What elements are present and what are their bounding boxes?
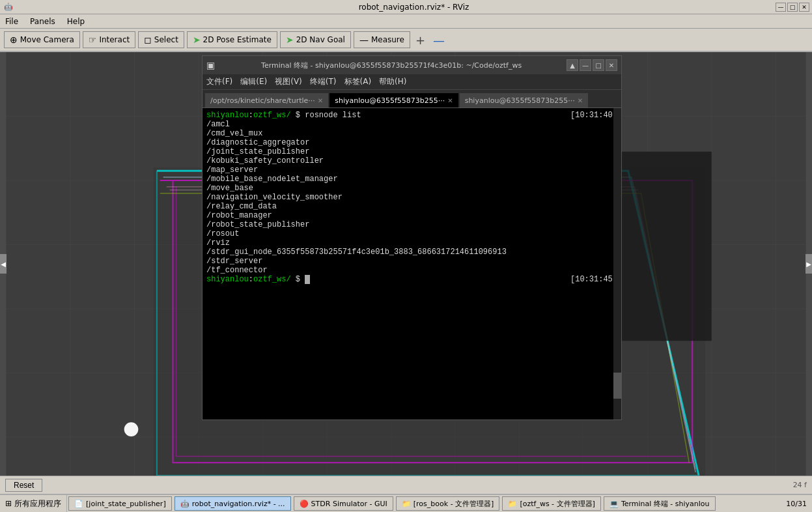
terminal-line-9: /navigation_velocity_smoother [206,193,617,202]
2d-pose-icon: ➤ [193,35,201,45]
add-tool-button[interactable]: + [413,33,428,47]
svg-point-21 [124,422,139,436]
2d-pose-label: 2D Pose Estimate [203,35,272,44]
terminal-line-16: /stdr_server [206,257,617,266]
taskbar-item-0-label: [joint_state_publisher] [86,500,166,508]
menu-help[interactable]: Help [64,16,87,27]
terminal-line-11: /robot_manager [206,211,617,220]
terminal-tab-2[interactable]: shiyanlou@6355f55873b255··· ✕ [329,93,458,107]
taskbar-item-2[interactable]: 🔴 STDR Simulator - GUI [294,496,393,511]
titlebar-controls: — □ ✕ [776,3,812,12]
taskbar-clock: 10/31 [781,500,812,508]
terminal-content[interactable]: shiyanlou:oztf_ws/ $ rosnode list [10:31… [203,108,621,420]
toolbar: ⊕ Move Camera ☞ Interact ◻ Select ➤ 2D P… [0,29,812,52]
interact-button[interactable]: ☞ Interact [83,31,135,48]
terminal-maximize-button[interactable]: □ [593,59,604,71]
terminal-line-14: /rviz [206,238,617,248]
terminal-scrollbar[interactable] [613,108,621,420]
terminal-tab-3-close[interactable]: ✕ [578,97,583,104]
taskbar-item-2-icon: 🔴 [300,500,309,508]
terminal-line-8: /move_base [206,184,617,193]
close-button[interactable]: ✕ [799,3,809,12]
terminal-scrollbar-thumb[interactable] [613,373,621,399]
window-title: robot_navigation.rviz* - RViz [359,3,469,12]
reset-button[interactable]: Reset [5,479,42,492]
terminal-tab-1-close[interactable]: ✕ [318,97,323,104]
terminal-line-3: /diagnostic_aggregator [206,138,617,147]
term-menu-terminal[interactable]: 终端(T) [310,76,337,87]
left-panel-toggle[interactable]: ◀ [0,254,7,274]
terminal-tabs: /opt/ros/kinetic/share/turtle··· ✕ shiya… [203,90,621,108]
remove-tool-button[interactable]: — [430,33,447,47]
terminal-tab-2-label: shiyanlou@6355f55873b255··· [335,96,445,105]
terminal-line-10: /relay_cmd_data [206,202,617,211]
terminal-tab-3-label: shiyanlou@6355f55873b255··· [465,96,575,105]
move-camera-label: Move Camera [20,35,74,44]
terminal-close-button[interactable]: ✕ [606,59,617,71]
terminal-line-17: /tf_connector [206,266,617,275]
status-text: 24 f [793,481,807,489]
terminal-tab-3[interactable]: shiyanlou@6355f55873b255··· ✕ [460,93,588,107]
taskbar-item-0[interactable]: 📄 [joint_state_publisher] [68,496,172,511]
measure-button[interactable]: — Measure [354,31,410,48]
measure-icon: — [359,35,369,45]
terminal-menubar: 文件(F) 编辑(E) 视图(V) 终端(T) 标签(A) 帮助(H) [203,74,621,90]
taskbar-item-1-icon: 🤖 [180,500,189,508]
2d-nav-label: 2D Nav Goal [296,35,345,44]
terminal-window-title: Terminal 终端 - shiyanlou@6355f55873b25571… [217,61,565,70]
terminal-line-12: /robot_state_publisher [206,220,617,229]
select-label: Select [154,35,178,44]
taskbar-item-5[interactable]: 💻 Terminal 终端 - shiyanlou [604,496,716,511]
taskbar-apps-label: 所有应用程序 [14,498,61,509]
terminal-tab-1[interactable]: /opt/ros/kinetic/share/turtle··· ✕ [205,93,328,107]
taskbar-item-5-icon: 💻 [609,500,619,508]
taskbar-item-5-label: Terminal 终端 - shiyanlou [621,499,710,509]
menubar: File Panels Help [0,14,812,29]
taskbar-item-1[interactable]: 🤖 robot_navigation.rviz* - ... [175,496,291,511]
menu-file[interactable]: File [3,16,21,27]
right-panel-toggle[interactable]: ▶ [805,254,812,274]
select-button[interactable]: ◻ Select [138,31,184,48]
menu-panels[interactable]: Panels [27,16,58,27]
terminal-line-13: /rosout [206,229,617,238]
maximize-button[interactable]: □ [787,3,798,12]
terminal-line-5: /kobuki_safety_controller [206,156,617,165]
terminal-line-4: /joint_state_publisher [206,147,617,156]
taskbar-item-4[interactable]: 📁 [oztf_ws - 文件管理器] [502,496,600,511]
move-camera-button[interactable]: ⊕ Move Camera [4,31,80,48]
taskbar-item-2-label: STDR Simulator - GUI [311,500,387,508]
terminal-titlebar: ▣ Terminal 终端 - shiyanlou@6355f55873b255… [203,56,621,74]
titlebar: 🤖 robot_navigation.rviz* - RViz — □ ✕ [0,0,812,14]
taskbar-item-3[interactable]: 📁 [ros_book - 文件管理器] [396,496,500,511]
taskbar-item-4-label: [oztf_ws - 文件管理器] [520,499,595,509]
main-viewport: ◀ ▶ ▣ Terminal 终端 - shiyanlou@6355f55873… [0,52,812,476]
terminal-line-6: /map_server [206,165,617,175]
terminal-line-1: /amcl [206,120,617,129]
taskbar-item-4-icon: 📁 [508,500,517,508]
2d-pose-button[interactable]: ➤ 2D Pose Estimate [187,31,277,48]
term-menu-tabs[interactable]: 标签(A) [344,76,372,87]
statusbar: Reset 24 f [0,476,812,494]
minimize-button[interactable]: — [776,3,786,12]
taskbar-item-1-label: robot_navigation.rviz* - ... [192,500,285,508]
svg-marker-20 [622,152,712,341]
term-menu-view[interactable]: 视图(V) [275,76,302,87]
move-camera-icon: ⊕ [10,35,18,45]
terminal-minimize2-button[interactable]: — [580,59,591,71]
term-menu-edit[interactable]: 编辑(E) [240,76,267,87]
taskbar-item-3-label: [ros_book - 文件管理器] [413,499,494,509]
terminal-line-15: /stdr_gui_node_6355f55873b25571f4c3e01b_… [206,248,617,257]
term-menu-help[interactable]: 帮助(H) [379,76,406,87]
terminal-tab-2-close[interactable]: ✕ [447,97,453,104]
term-menu-file[interactable]: 文件(F) [206,76,232,87]
terminal-window: ▣ Terminal 终端 - shiyanlou@6355f55873b255… [202,55,622,420]
2d-nav-button[interactable]: ➤ 2D Nav Goal [280,31,351,48]
terminal-minimize-button[interactable]: ▲ [567,59,578,71]
terminal-line-2: /cmd_vel_mux [206,129,617,138]
terminal-tab-1-label: /opt/ros/kinetic/share/turtle··· [210,96,315,105]
taskbar-apps-button[interactable]: ⊞ 所有应用程序 [0,495,67,512]
title-left-icon: 🤖 [4,3,13,11]
taskbar-item-0-icon: 📄 [74,500,83,508]
taskbar-apps-icon: ⊞ [5,499,12,508]
terminal-line-0: shiyanlou:oztf_ws/ $ rosnode list [10:31… [206,111,617,120]
